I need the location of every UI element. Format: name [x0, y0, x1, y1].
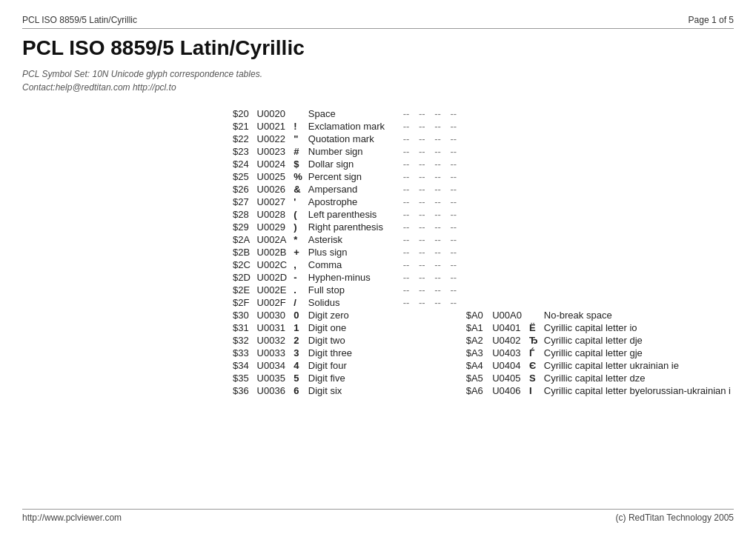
unicode-code: U002D: [254, 271, 291, 284]
alt-unicode: U0404: [489, 359, 526, 372]
alt-unicode: U0403: [489, 347, 526, 359]
dash3: --: [431, 233, 447, 246]
alt-name: Cyrillic capital letter ukrainian ie: [541, 359, 734, 372]
glyph-char: [291, 107, 305, 120]
unicode-code: U0034: [254, 359, 291, 372]
dash1: --: [400, 233, 416, 246]
glyph-char: ': [291, 196, 305, 208]
pcl-code: $2B: [230, 246, 254, 258]
pcl-code: $2C: [230, 258, 254, 271]
table-row: $30U00300Digit zero$A0U00A0No-break spac…: [230, 309, 734, 321]
dash2: --: [416, 133, 431, 145]
table-row: $2EU002E.Full stop--------: [230, 284, 734, 296]
table-row: $26U0026&Ampersand--------: [230, 183, 734, 196]
pcl-code: $20: [230, 107, 254, 120]
dash4: --: [447, 296, 462, 309]
dash4: --: [447, 183, 462, 196]
alt-pcl: $A2: [463, 334, 490, 347]
alt-name: Cyrillic capital letter dze: [541, 372, 734, 384]
dash2: --: [416, 258, 431, 271]
pcl-code: $32: [230, 334, 254, 347]
dash3: --: [431, 284, 447, 296]
dash3: --: [431, 246, 447, 258]
unicode-code: U0030: [254, 309, 291, 321]
table-row: $23U0023#Number sign--------: [230, 145, 734, 158]
dash4: --: [447, 208, 462, 221]
pcl-code: $34: [230, 359, 254, 372]
alt-unicode: U0402: [489, 334, 526, 347]
char-table-container: $20U0020Space--------$21U0021!Exclamatio…: [126, 107, 734, 397]
pcl-code: $2F: [230, 296, 254, 309]
char-name: Digit five: [305, 372, 400, 384]
char-name: Dollar sign: [305, 158, 400, 170]
unicode-code: U0029: [254, 221, 291, 233]
dash3: --: [431, 107, 447, 120]
subtitle: PCL Symbol Set: 10N Unicode glyph corres…: [22, 67, 734, 94]
table-row: $29U0029)Right parenthesis--------: [230, 221, 734, 233]
dash2: --: [416, 196, 431, 208]
dash3: --: [431, 145, 447, 158]
table-row: $21U0021!Exclamation mark--------: [230, 120, 734, 133]
alt-unicode: U0401: [489, 321, 526, 334]
table-row: $2DU002D-Hyphen-minus--------: [230, 271, 734, 284]
alt-glyph: Ё: [526, 321, 541, 334]
dash1: --: [400, 246, 416, 258]
dash3: --: [431, 271, 447, 284]
unicode-code: U0026: [254, 183, 291, 196]
unicode-code: U002B: [254, 246, 291, 258]
dash3: --: [431, 208, 447, 221]
pcl-code: $24: [230, 158, 254, 170]
glyph-char: *: [291, 233, 305, 246]
table-row: $2BU002B+Plus sign--------: [230, 246, 734, 258]
glyph-char: (: [291, 208, 305, 221]
main-title: PCL ISO 8859/5 Latin/Cyrillic: [22, 36, 734, 60]
dash2: --: [416, 120, 431, 133]
char-name: Ampersand: [305, 183, 400, 196]
alt-name: Cyrillic capital letter io: [541, 321, 734, 334]
glyph-char: 3: [291, 347, 305, 359]
dash4: --: [447, 158, 462, 170]
dash4: --: [447, 107, 462, 120]
dash4: --: [447, 271, 462, 284]
dash2: --: [416, 183, 431, 196]
pcl-code: $30: [230, 309, 254, 321]
dash1: --: [400, 208, 416, 221]
dash1: --: [400, 145, 416, 158]
glyph-char: !: [291, 120, 305, 133]
char-name: Number sign: [305, 145, 400, 158]
char-name: Space: [305, 107, 400, 120]
dash2: --: [416, 271, 431, 284]
unicode-code: U0022: [254, 133, 291, 145]
glyph-char: ): [291, 221, 305, 233]
unicode-code: U0024: [254, 158, 291, 170]
char-name: Hyphen-minus: [305, 271, 400, 284]
char-name: Left parenthesis: [305, 208, 400, 221]
alt-unicode: U0405: [489, 372, 526, 384]
char-name: Comma: [305, 258, 400, 271]
unicode-code: U002F: [254, 296, 291, 309]
dash3: --: [431, 196, 447, 208]
unicode-code: U0036: [254, 384, 291, 397]
pcl-code: $23: [230, 145, 254, 158]
glyph-char: 6: [291, 384, 305, 397]
dash1: --: [400, 284, 416, 296]
char-name: Quotation mark: [305, 133, 400, 145]
alt-name: Cyrillic capital letter dje: [541, 334, 734, 347]
dash3: --: [431, 258, 447, 271]
dash2: --: [416, 145, 431, 158]
char-name: Digit one: [305, 321, 400, 334]
char-name: Solidus: [305, 296, 400, 309]
dash3: --: [431, 296, 447, 309]
table-row: $28U0028(Left parenthesis--------: [230, 208, 734, 221]
alt-glyph: [526, 309, 541, 321]
alt-pcl: $A4: [463, 359, 490, 372]
dash1: --: [400, 158, 416, 170]
char-table: $20U0020Space--------$21U0021!Exclamatio…: [230, 107, 734, 397]
alt-pcl: $A6: [463, 384, 490, 397]
glyph-char: -: [291, 271, 305, 284]
alt-unicode: U0406: [489, 384, 526, 397]
char-name: Asterisk: [305, 233, 400, 246]
dash1: --: [400, 120, 416, 133]
dash2: --: [416, 221, 431, 233]
unicode-code: U002C: [254, 258, 291, 271]
